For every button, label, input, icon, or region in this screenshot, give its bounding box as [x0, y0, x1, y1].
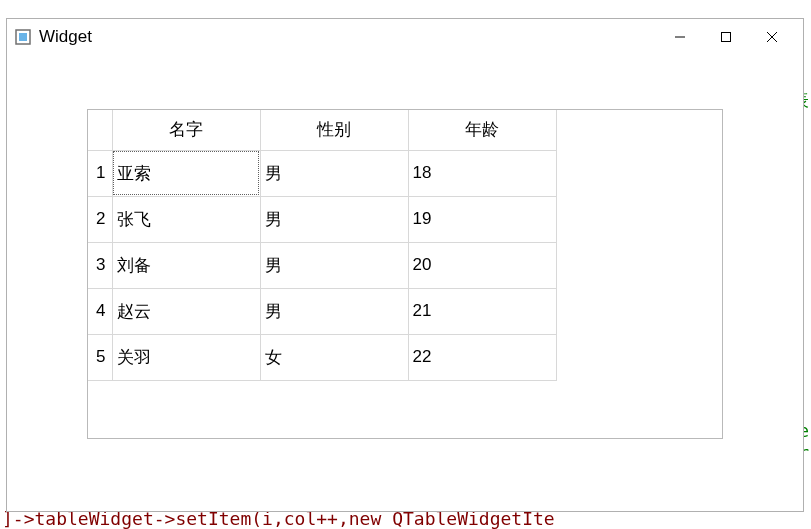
- table-row: 5 关羽 女 22: [88, 334, 556, 380]
- maximize-button[interactable]: [703, 19, 749, 55]
- cell-age[interactable]: 21: [408, 288, 556, 334]
- row-header[interactable]: 3: [88, 242, 112, 288]
- column-header-name[interactable]: 名字: [112, 110, 260, 150]
- app-window: Widget 名字 性别 年龄 1 亚索 男: [6, 18, 804, 512]
- cell-name[interactable]: 赵云: [112, 288, 260, 334]
- row-header[interactable]: 5: [88, 334, 112, 380]
- table-corner[interactable]: [88, 110, 112, 150]
- svg-rect-1: [19, 33, 27, 41]
- cell-gender[interactable]: 男: [260, 150, 408, 196]
- column-header-gender[interactable]: 性别: [260, 110, 408, 150]
- table-row: 4 赵云 男 21: [88, 288, 556, 334]
- cell-name[interactable]: 亚索: [112, 150, 260, 196]
- cell-age[interactable]: 18: [408, 150, 556, 196]
- cell-name[interactable]: 张飞: [112, 196, 260, 242]
- cell-age[interactable]: 19: [408, 196, 556, 242]
- cell-name[interactable]: 刘备: [112, 242, 260, 288]
- window-title: Widget: [39, 27, 92, 47]
- column-header-age[interactable]: 年龄: [408, 110, 556, 150]
- table-widget[interactable]: 名字 性别 年龄 1 亚索 男 18 2 张飞 男 19 3: [87, 109, 723, 439]
- row-header[interactable]: 2: [88, 196, 112, 242]
- row-header[interactable]: 4: [88, 288, 112, 334]
- close-button[interactable]: [749, 19, 795, 55]
- cell-gender[interactable]: 男: [260, 196, 408, 242]
- table-row: 2 张飞 男 19: [88, 196, 556, 242]
- cell-gender[interactable]: 女: [260, 334, 408, 380]
- row-header[interactable]: 1: [88, 150, 112, 196]
- cell-age[interactable]: 20: [408, 242, 556, 288]
- titlebar[interactable]: Widget: [7, 19, 803, 55]
- table-row: 1 亚索 男 18: [88, 150, 556, 196]
- minimize-button[interactable]: [657, 19, 703, 55]
- cell-gender[interactable]: 男: [260, 242, 408, 288]
- svg-rect-3: [722, 33, 731, 42]
- cell-age[interactable]: 22: [408, 334, 556, 380]
- client-area: 名字 性别 年龄 1 亚索 男 18 2 张飞 男 19 3: [7, 55, 803, 511]
- cell-gender[interactable]: 男: [260, 288, 408, 334]
- app-icon: [15, 29, 31, 45]
- table-row: 3 刘备 男 20: [88, 242, 556, 288]
- cell-name[interactable]: 关羽: [112, 334, 260, 380]
